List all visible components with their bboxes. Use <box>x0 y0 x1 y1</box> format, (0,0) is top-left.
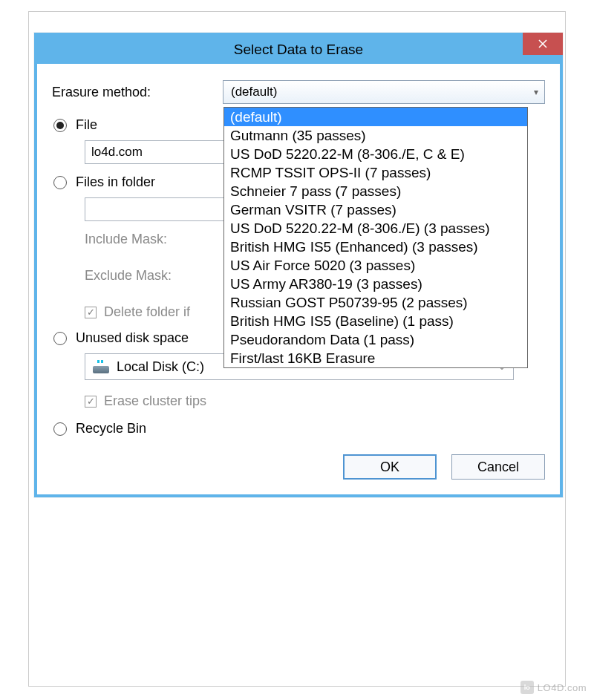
close-icon <box>538 39 548 49</box>
dropdown-item[interactable]: (default) <box>224 108 527 126</box>
erase-cluster-tips-checkbox[interactable] <box>85 396 97 408</box>
disk-combo-value: Local Disk (C:) <box>117 359 204 375</box>
ok-button-label: OK <box>380 459 399 475</box>
dropdown-item[interactable]: Pseudorandom Data (1 pass) <box>224 330 527 349</box>
titlebar: Select Data to Erase <box>37 36 560 64</box>
dropdown-item[interactable]: US Air Force 5020 (3 passes) <box>224 256 527 275</box>
erasure-method-value: (default) <box>231 85 277 99</box>
file-input-value: lo4d.com <box>91 145 143 160</box>
dropdown-item[interactable]: US DoD 5220.22-M (8-306./E, C & E) <box>224 145 527 163</box>
watermark: lo LO4D.com <box>520 681 587 694</box>
dropdown-item[interactable]: US Army AR380-19 (3 passes) <box>224 275 527 293</box>
radio-file-label: File <box>76 117 97 133</box>
folder-input[interactable] <box>85 197 236 221</box>
erasure-method-combo[interactable]: (default) ▾ <box>223 80 545 104</box>
dialog-title: Select Data to Erase <box>234 42 363 58</box>
radio-files-in-folder[interactable] <box>53 176 67 189</box>
erasure-method-dropdown[interactable]: (default) Gutmann (35 passes) US DoD 522… <box>223 107 528 368</box>
radio-recycle-bin[interactable] <box>53 422 67 436</box>
file-input[interactable]: lo4d.com <box>85 140 236 164</box>
delete-folder-label: Delete folder if <box>104 304 190 320</box>
dropdown-item[interactable]: First/last 16KB Erasure <box>224 349 527 367</box>
disk-icon <box>93 360 109 373</box>
erasure-method-label: Erasure method: <box>52 85 223 100</box>
dropdown-item[interactable]: British HMG IS5 (Enhanced) (3 passes) <box>224 238 527 256</box>
radio-unused-disk[interactable] <box>53 332 67 345</box>
radio-files-in-folder-label: Files in folder <box>76 174 155 190</box>
delete-folder-checkbox[interactable] <box>85 307 97 318</box>
watermark-icon: lo <box>520 681 534 694</box>
ok-button[interactable]: OK <box>343 454 437 480</box>
close-button[interactable] <box>523 33 563 55</box>
dropdown-item[interactable]: British HMG IS5 (Baseline) (1 pass) <box>224 312 527 330</box>
dropdown-item[interactable]: US DoD 5220.22-M (8-306./E) (3 passes) <box>224 219 527 238</box>
watermark-text: LO4D.com <box>538 682 587 693</box>
dropdown-item[interactable]: Gutmann (35 passes) <box>224 126 527 145</box>
cancel-button-label: Cancel <box>477 459 519 475</box>
chevron-down-icon: ▾ <box>534 87 538 97</box>
dropdown-item[interactable]: Schneier 7 pass (7 passes) <box>224 182 527 200</box>
cancel-button[interactable]: Cancel <box>451 454 545 480</box>
radio-recycle-bin-label: Recycle Bin <box>76 421 146 436</box>
dropdown-item[interactable]: Russian GOST P50739-95 (2 passes) <box>224 293 527 312</box>
erase-cluster-tips-label: Erase cluster tips <box>104 393 206 409</box>
dropdown-item[interactable]: German VSITR (7 passes) <box>224 200 527 219</box>
radio-unused-disk-label: Unused disk space <box>76 330 189 346</box>
dropdown-item[interactable]: RCMP TSSIT OPS-II (7 passes) <box>224 163 527 182</box>
radio-file[interactable] <box>53 119 67 132</box>
